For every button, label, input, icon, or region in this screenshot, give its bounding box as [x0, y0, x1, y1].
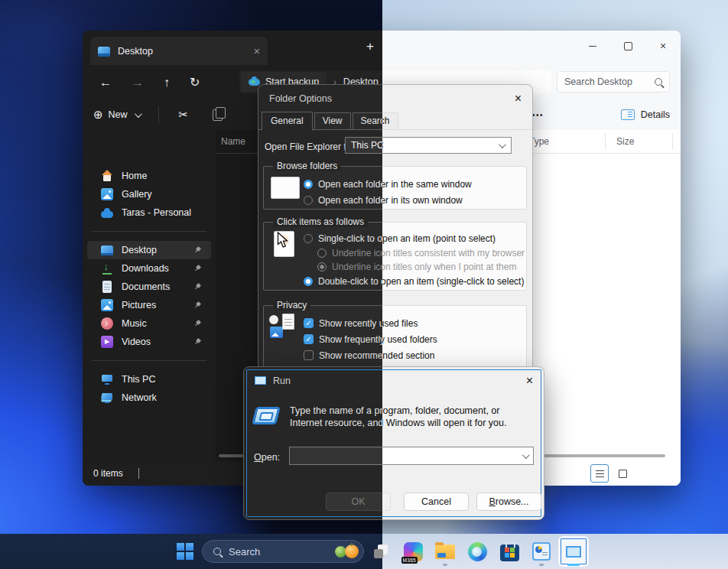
windows-logo-icon — [177, 543, 193, 560]
new-tab-button[interactable]: + — [366, 39, 374, 54]
run-icon-large — [252, 407, 281, 424]
radio-icon — [304, 277, 313, 286]
group-legend: Privacy — [273, 300, 310, 311]
chevron-down-icon — [499, 141, 506, 148]
radio-icon — [304, 180, 313, 189]
dialog-tab[interactable]: General — [262, 112, 313, 131]
pin-icon — [194, 338, 202, 346]
network-icon — [101, 392, 113, 404]
sidebar-item[interactable]: Home — [87, 167, 211, 185]
minimize-button[interactable] — [575, 31, 610, 61]
sidebar-item[interactable]: Network — [87, 389, 211, 407]
status-divider — [138, 468, 139, 479]
window-controls: × — [575, 31, 681, 61]
up-button[interactable]: ↑ — [164, 76, 170, 89]
minimize-icon — [589, 46, 596, 47]
sidebar-item[interactable]: Downloads — [87, 259, 211, 278]
sidebar-item[interactable]: Videos — [87, 333, 211, 351]
tab-close-icon[interactable]: × — [254, 45, 260, 57]
music-icon — [101, 317, 113, 330]
group-legend: Click items as follows — [273, 216, 368, 227]
radio-icon — [317, 262, 327, 271]
cut-icon[interactable]: ✂ — [179, 108, 189, 122]
mouse-cursor — [277, 232, 290, 249]
sidebar-item[interactable]: Desktop — [87, 241, 211, 259]
checkbox-icon — [304, 334, 314, 344]
checkbox-icon — [304, 350, 314, 360]
view-toggle-group — [590, 464, 632, 483]
microsoft-store-icon[interactable] — [494, 536, 525, 567]
pictures-icon — [101, 299, 113, 311]
onedrive-icon — [101, 211, 113, 218]
list-view-icon — [596, 470, 604, 477]
icons-view-button[interactable] — [613, 464, 632, 483]
radio-icon — [304, 196, 313, 205]
dialog-tab[interactable]: View — [314, 112, 351, 130]
column-header-size[interactable]: Size — [616, 136, 634, 147]
icons-view-icon — [619, 470, 627, 478]
forward-button[interactable]: → — [132, 76, 144, 89]
sidebar-item[interactable]: Taras - Personal — [87, 203, 211, 222]
refresh-button[interactable]: ↻ — [190, 75, 200, 89]
toolbar-divider — [158, 106, 159, 123]
dialog-button[interactable]: OK — [326, 493, 391, 511]
sidebar-item[interactable]: This PC — [87, 370, 211, 389]
taskbar-search-label: Search — [229, 546, 327, 558]
sidebar-pinned-group: Desktop Downloads Documents P — [83, 241, 216, 351]
radio-icon — [317, 249, 327, 258]
dialog-button[interactable]: Browse... — [476, 493, 541, 511]
edge-icon[interactable] — [462, 536, 492, 567]
items-count: 0 items — [93, 468, 123, 479]
details-label: Details — [641, 109, 670, 120]
pin-icon — [194, 301, 202, 309]
dialog-button[interactable]: Cancel — [404, 493, 469, 511]
sidebar-item[interactable]: Pictures — [87, 296, 211, 314]
sidebar-separator — [92, 360, 206, 361]
maximize-icon — [624, 42, 632, 50]
file-explorer-icon[interactable] — [430, 536, 460, 567]
tab-title: Desktop — [118, 46, 246, 57]
gallery-icon — [101, 188, 113, 200]
more-options-button[interactable]: ••• — [532, 111, 544, 119]
taskbar-search[interactable]: Search — [202, 540, 364, 563]
search-icon — [213, 548, 221, 555]
maximize-button[interactable] — [610, 31, 645, 61]
details-pane-icon — [621, 109, 635, 120]
run-icon — [255, 376, 266, 385]
explorer-search-input[interactable]: Search Desktop — [557, 71, 670, 93]
open-label: Open: — [254, 452, 280, 463]
explorer-tab-desktop[interactable]: Desktop × — [90, 37, 268, 65]
column-separator — [605, 133, 606, 150]
new-button[interactable]: ⊕ New — [93, 108, 140, 122]
sidebar-top-group: Home Gallery Taras - Personal — [83, 167, 216, 222]
system-app-icon[interactable] — [526, 536, 557, 567]
pin-icon — [194, 283, 202, 291]
sidebar-item[interactable]: Gallery — [87, 185, 211, 203]
new-button-label: New — [109, 109, 128, 120]
close-icon[interactable]: × — [515, 92, 522, 106]
group-legend: Browse folders — [273, 161, 341, 171]
m365-badge: M365 — [401, 557, 418, 564]
checkbox-icon — [304, 318, 314, 328]
radio-icon — [304, 234, 313, 243]
sidebar-item[interactable]: Documents — [87, 278, 211, 296]
browse-folders-icon — [271, 177, 300, 199]
desktop-icon — [101, 245, 113, 255]
copy-icon[interactable] — [213, 109, 223, 121]
sidebar-item[interactable]: Music — [87, 314, 211, 333]
sidebar-separator — [92, 231, 206, 232]
run-app-icon[interactable] — [558, 536, 589, 567]
start-button[interactable] — [170, 536, 200, 567]
pin-icon — [194, 320, 202, 327]
details-pane-button[interactable]: Details — [621, 109, 670, 120]
pin-icon — [194, 265, 202, 272]
plus-icon: ⊕ — [93, 108, 103, 122]
back-button[interactable]: ← — [99, 76, 112, 89]
videos-icon — [101, 336, 113, 348]
column-header-name[interactable]: Name — [221, 136, 245, 147]
open-to-label: Open File Explorer to: — [265, 141, 354, 152]
details-view-button[interactable] — [590, 464, 609, 483]
close-button[interactable]: × — [645, 31, 681, 61]
m365-copilot-icon[interactable]: M365 — [398, 536, 428, 567]
downloads-icon — [101, 262, 113, 275]
